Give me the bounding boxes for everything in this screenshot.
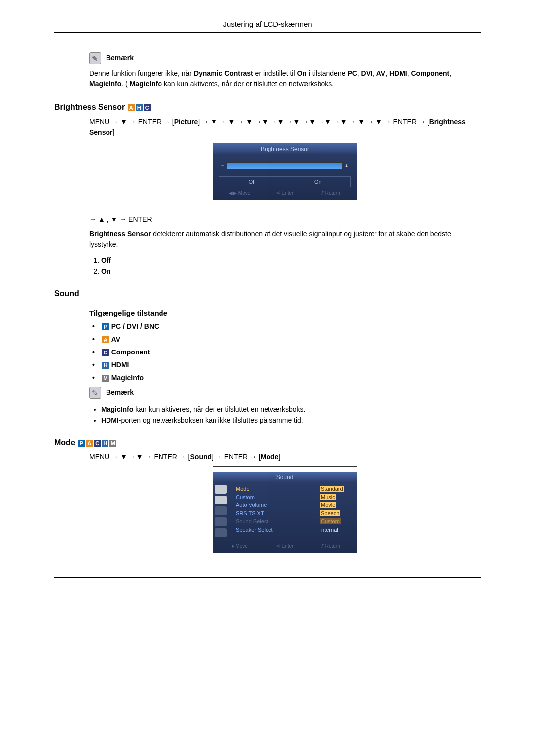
osd-slider: − + bbox=[213, 154, 357, 173]
brightness-sensor-title: Brightness Sensor AHC bbox=[54, 103, 481, 112]
badge-h-icon: H bbox=[102, 362, 109, 369]
mode-list: P PC / DVI / BNC A AV C Component H HDMI… bbox=[89, 322, 481, 382]
return-hint: ↺ Return bbox=[308, 543, 353, 549]
list-item: HDMI-porten og netværksboksen kan ikke t… bbox=[101, 416, 481, 424]
list-item: M MagicInfo bbox=[92, 374, 481, 382]
badge-m-icon: M bbox=[102, 375, 109, 382]
osd-sound-title: Sound bbox=[213, 472, 357, 482]
sound-notes: MagicInfo kan kun aktiveres, når der er … bbox=[89, 405, 481, 424]
badge-h-icon: H bbox=[102, 440, 108, 447]
list-item: P PC / DVI / BNC bbox=[92, 322, 481, 330]
move-hint: ◀▶ Move bbox=[217, 190, 262, 196]
osd-footer: ◀▶ Move ⏎ Enter ↺ Return bbox=[213, 187, 357, 200]
menu-value: Custom bbox=[320, 518, 341, 524]
note-heading: Bemærk bbox=[106, 54, 134, 62]
off-label: Off bbox=[219, 177, 285, 187]
available-modes-heading: Tilgængelige tilstande bbox=[89, 309, 481, 317]
page-header: Justering af LCD-skærmen bbox=[54, 20, 481, 33]
list-item: MagicInfo kan kun aktiveres, når der er … bbox=[101, 405, 481, 413]
badge-c-icon: C bbox=[94, 440, 101, 447]
badge-m-icon: M bbox=[109, 440, 116, 447]
sound-osd: Sound Mode : Standard Custom : Music bbox=[213, 472, 357, 553]
enter-hint: ⏎ Enter bbox=[262, 543, 307, 549]
off-on-row: Off On bbox=[219, 176, 351, 187]
menu-value: Speech bbox=[320, 510, 340, 516]
brightness-osd: Brightness Sensor − + Off On ◀▶ Move ⏎ E… bbox=[213, 143, 357, 200]
menu-label: Sound Select bbox=[236, 517, 317, 526]
slider-bar bbox=[227, 162, 343, 169]
side-icon bbox=[215, 506, 227, 515]
note-icon bbox=[89, 52, 101, 64]
menu-value: Movie bbox=[320, 502, 336, 508]
sound-title: Sound bbox=[54, 289, 481, 298]
mode-title: Mode PACHM bbox=[54, 438, 481, 447]
badge-p-icon: P bbox=[102, 323, 109, 330]
note-section-1: Bemærk Denne funktion fungerer ikke, når… bbox=[89, 52, 481, 89]
mode-path: MENU → ▼ →▼ → ENTER → [Sound] → ENTER → … bbox=[89, 452, 481, 462]
brightness-options: Off On bbox=[89, 256, 481, 275]
osd-sound-footer: ♦ Move ⏎ Enter ↺ Return bbox=[213, 540, 357, 553]
enter-hint: ⏎ Enter bbox=[262, 190, 307, 196]
osd-side-icons bbox=[213, 482, 234, 540]
badge-c-icon: C bbox=[144, 104, 151, 111]
badge-a-icon: A bbox=[128, 104, 135, 111]
badge-c-icon: C bbox=[102, 349, 109, 356]
footer-divider bbox=[54, 577, 481, 578]
list-item: A AV bbox=[92, 335, 481, 343]
side-icon bbox=[215, 517, 227, 526]
brightness-path: MENU → ▼ → ENTER → [Picture] → ▼ → ▼ → ▼… bbox=[89, 117, 481, 275]
return-hint: ↺ Return bbox=[308, 190, 353, 196]
menu-value: Internal bbox=[320, 526, 355, 534]
option-off: Off bbox=[101, 256, 111, 264]
option-on: On bbox=[101, 267, 110, 275]
menu-label: Auto Volume bbox=[236, 501, 317, 509]
on-label: On bbox=[285, 177, 351, 187]
minus-icon: − bbox=[219, 163, 227, 169]
badge-h-icon: H bbox=[136, 104, 143, 111]
note-1-text: Denne funktion fungerer ikke, når Dynami… bbox=[89, 68, 481, 89]
note-heading-2: Bemærk bbox=[106, 388, 134, 396]
menu-value: Standard bbox=[320, 486, 344, 492]
plus-icon: + bbox=[343, 163, 351, 169]
menu-label: Mode bbox=[236, 485, 317, 493]
menu-label: Speaker Select bbox=[236, 526, 317, 534]
badge-a-icon: A bbox=[86, 440, 93, 447]
side-icon bbox=[215, 485, 227, 494]
badge-p-icon: P bbox=[78, 440, 85, 447]
menu-label: SRS TS XT bbox=[236, 509, 317, 518]
move-hint: ♦ Move bbox=[217, 543, 262, 549]
osd-menu: Mode : Standard Custom : Music Auto Volu… bbox=[234, 482, 357, 540]
side-icon bbox=[215, 496, 227, 504]
arrow-path-2: → ▲ , ▼ → ENTER bbox=[89, 214, 481, 225]
badge-a-icon: A bbox=[102, 336, 109, 343]
side-icon bbox=[215, 528, 227, 537]
note-icon bbox=[89, 387, 101, 399]
menu-label: Custom bbox=[236, 493, 317, 502]
osd-title: Brightness Sensor bbox=[213, 143, 357, 154]
list-item: C Component bbox=[92, 348, 481, 356]
list-item: H HDMI bbox=[92, 361, 481, 369]
brightness-desc: Brightness Sensor detekterer automatisk … bbox=[89, 229, 481, 250]
mode-content: MENU → ▼ →▼ → ENTER → [Sound] → ENTER → … bbox=[89, 452, 481, 553]
menu-value: Music bbox=[320, 494, 336, 500]
